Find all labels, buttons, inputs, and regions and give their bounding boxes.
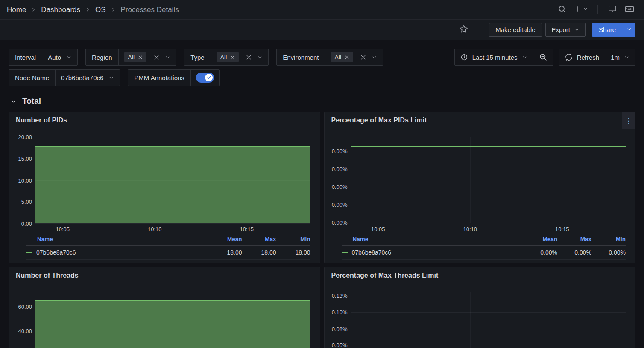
chevron-down-icon (257, 55, 263, 60)
legend-row: 07b6be8a70c60.00%0.00%0.00% (342, 246, 626, 260)
refresh-button[interactable]: Refresh (559, 49, 605, 65)
environment-control: Environment All (276, 49, 383, 66)
y-tick-label: 0.10% (332, 309, 348, 315)
legend-col-min[interactable]: Min (591, 236, 626, 242)
refresh-label: Refresh (577, 54, 600, 61)
panel-title[interactable]: Number of PIDs (16, 116, 67, 124)
type-clear-button[interactable] (246, 54, 252, 61)
x-tick-label: 10:05 (371, 226, 385, 232)
y-tick-label: 0.00% (332, 183, 348, 190)
keyboard-icon (625, 4, 634, 15)
type-chip-label: All (220, 54, 227, 61)
panel-title[interactable]: Number of Threads (16, 272, 79, 279)
series-name[interactable]: 07b6be8a70c6 (36, 249, 76, 256)
breadcrumb-os[interactable]: OS (95, 6, 106, 14)
filters-row-1: Interval Auto Region All Type All (9, 49, 635, 66)
legend-value-max: 18.00 (242, 249, 276, 256)
panel-number-of-threads: Number of Threads60.0040.0010:0510:1010:… (9, 267, 320, 348)
legend-col-mean[interactable]: Mean (523, 236, 557, 242)
chart-plot-area[interactable] (35, 292, 310, 348)
y-tick-label: 0.00% (332, 148, 348, 154)
close-icon[interactable] (345, 55, 349, 60)
y-tick-label: 0.00% (332, 219, 348, 226)
x-axis: 10:0510:1010:15 (351, 226, 626, 234)
environment-chip-all[interactable]: All (331, 52, 353, 62)
interval-control: Interval Auto (9, 49, 78, 66)
refresh-interval-select[interactable]: 1m (605, 49, 635, 65)
star-icon (459, 24, 468, 35)
y-axis: 0.13%0.10%0.08%0.05% (325, 292, 348, 348)
chevron-down-icon (66, 55, 72, 60)
interval-select[interactable]: Auto (42, 49, 77, 65)
legend-value-min: 0.00% (591, 249, 626, 256)
chevron-down-icon (626, 26, 632, 33)
series-07b6be8a70c6 (35, 146, 310, 224)
region-select[interactable]: All (119, 49, 176, 65)
zoom-out-button[interactable] (533, 49, 553, 65)
time-range-picker[interactable]: Last 15 minutes (455, 49, 533, 65)
region-chip-all[interactable]: All (124, 52, 147, 62)
series-swatch (26, 252, 32, 253)
chevron-down-icon (574, 27, 580, 32)
share-dropdown-button[interactable] (623, 23, 635, 37)
y-tick-label: 20.00 (18, 134, 32, 140)
y-tick-label: 0.13% (332, 292, 348, 299)
node-name-value: 07b6be8a70c6 (61, 74, 103, 81)
y-tick-label: 40.00 (18, 328, 32, 334)
legend-col-name[interactable]: Name (26, 236, 208, 242)
series-name[interactable]: 07b6be8a70c6 (352, 249, 392, 256)
share-button[interactable]: Share (592, 23, 623, 37)
export-button-label: Export (552, 26, 570, 33)
y-axis: 60.0040.00 (9, 292, 32, 348)
chart-plot-area[interactable] (35, 137, 310, 223)
dashboard-actions-bar: Make editable Export Share (0, 20, 644, 40)
share-button-group: Share (592, 23, 635, 37)
kebab-icon: ⋮ (625, 116, 632, 125)
region-control: Region All (85, 49, 176, 66)
legend-col-max[interactable]: Max (242, 236, 276, 242)
legend-col-mean[interactable]: Mean (208, 236, 242, 242)
series-07b6be8a70c6 (351, 146, 626, 147)
chevron-down-icon (583, 6, 588, 13)
panel-menu-button[interactable]: ⋮ (622, 112, 635, 129)
legend-col-min[interactable]: Min (276, 236, 310, 242)
add-button[interactable] (571, 2, 591, 17)
refresh-group: Refresh 1m (559, 49, 635, 66)
keyboard-shortcuts-button[interactable] (622, 2, 637, 17)
type-select[interactable]: All (211, 49, 269, 65)
refresh-interval-value: 1m (611, 54, 620, 61)
export-button[interactable]: Export (545, 23, 586, 37)
favorite-button[interactable] (456, 22, 471, 38)
panel-title[interactable]: Percentage of Max PIDs Limit (331, 116, 427, 124)
pmm-annotations-toggle[interactable] (196, 72, 214, 83)
type-control: Type All (184, 49, 269, 66)
legend-col-name[interactable]: Name (342, 236, 524, 242)
tv-mode-button[interactable] (605, 2, 620, 17)
close-icon[interactable] (138, 55, 143, 60)
time-picker-group: Last 15 minutes (454, 49, 553, 66)
section-row-total[interactable]: Total (10, 96, 635, 106)
zoom-out-icon (539, 53, 547, 61)
type-chip-all[interactable]: All (217, 52, 239, 62)
legend-table: NameMeanMaxMin07b6be8a70c618.0018.0018.0… (26, 236, 310, 260)
chart-plot-area[interactable] (351, 137, 626, 223)
x-tick-label: 10:10 (463, 226, 477, 232)
breadcrumb: Home Dashboards OS Processes Details (7, 6, 179, 14)
node-name-select[interactable]: 07b6be8a70c6 (56, 70, 120, 86)
breadcrumb-dashboards[interactable]: Dashboards (41, 6, 80, 14)
breadcrumb-home[interactable]: Home (7, 6, 26, 14)
legend-row: 07b6be8a70c618.0018.0018.00 (26, 246, 310, 260)
panel-title[interactable]: Percentage of Max Threads Limit (331, 272, 439, 279)
y-tick-label: 15.00 (18, 155, 32, 162)
node-name-label: Node Name (9, 70, 56, 86)
legend-col-max[interactable]: Max (557, 236, 591, 242)
environment-select[interactable]: All (325, 49, 383, 65)
chart-plot-area[interactable] (351, 292, 626, 348)
make-editable-button[interactable]: Make editable (489, 23, 542, 37)
region-clear-button[interactable] (153, 54, 160, 61)
close-icon[interactable] (230, 55, 235, 60)
environment-clear-button[interactable] (360, 54, 366, 61)
x-tick-label: 10:15 (240, 226, 254, 232)
y-tick-label: 0.08% (332, 325, 348, 332)
search-button[interactable] (554, 2, 570, 17)
